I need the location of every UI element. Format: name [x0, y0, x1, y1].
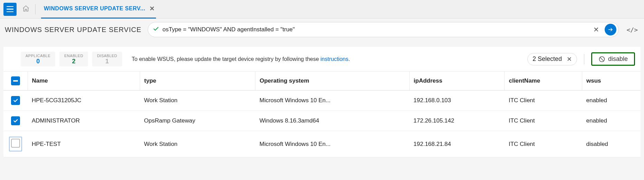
- cell-name: HPE-TEST: [28, 131, 140, 157]
- check-icon: [153, 26, 159, 34]
- table-row[interactable]: ADMINISTRATOROpsRamp GatewayWindows 8.16…: [3, 111, 641, 131]
- table-row[interactable]: HPE-TESTWork StationMicrosoft Windows 10…: [3, 131, 641, 157]
- menu-button[interactable]: [3, 3, 17, 16]
- page-title: WINDOWS SERVER UPDATE SERVICE: [5, 26, 142, 34]
- cell-type: OpsRamp Gateway: [140, 111, 255, 131]
- home-icon[interactable]: [22, 5, 30, 14]
- cell-name: ADMINISTRATOR: [28, 111, 140, 131]
- filter-count: 0: [26, 58, 50, 65]
- cell-os: Windows 8.16.3amd64: [255, 111, 409, 131]
- cell-type: Work Station: [140, 91, 255, 111]
- cell-client: ITC Client: [505, 111, 582, 131]
- row-checkbox-cell[interactable]: [3, 111, 28, 131]
- code-toggle-icon[interactable]: </>: [625, 26, 639, 33]
- col-os[interactable]: Operating system: [255, 72, 409, 91]
- cell-client: ITC Client: [505, 91, 582, 111]
- filter-disabled[interactable]: DISABLED 1: [92, 52, 122, 66]
- cell-os: Microsoft Windows 10 En...: [255, 91, 409, 111]
- row-checkbox-cell[interactable]: [3, 91, 28, 111]
- cell-wsus: enabled: [582, 111, 641, 131]
- cell-wsus: enabled: [582, 91, 641, 111]
- cell-ip: 192.168.21.84: [409, 131, 505, 157]
- content-card: APPLICABLE 0 ENABLED 2 DISABLED 1 To ena…: [3, 47, 641, 157]
- cell-wsus: disabled: [582, 131, 641, 157]
- filter-label: APPLICABLE: [26, 54, 50, 58]
- cell-ip: 192.168.0.103: [409, 91, 505, 111]
- cell-ip: 172.26.105.142: [409, 111, 505, 131]
- submit-button[interactable]: [605, 24, 616, 35]
- subheader: WINDOWS SERVER UPDATE SERVICE ✕ </>: [0, 19, 644, 41]
- svg-line-1: [600, 57, 604, 61]
- row-checkbox-cell[interactable]: [3, 131, 28, 157]
- select-all-header[interactable]: [3, 72, 28, 91]
- tab-title: WINDOWS SERVER UPDATE SERV...: [44, 6, 145, 12]
- checkbox-checked-icon[interactable]: [11, 96, 20, 105]
- filter-enabled[interactable]: ENABLED 2: [59, 52, 88, 66]
- selection-text: 2 Selected: [533, 55, 562, 63]
- notice-suffix: .: [348, 56, 350, 62]
- cell-name: HPE-5CG31205JC: [28, 91, 140, 111]
- indeterminate-checkbox-icon[interactable]: [11, 76, 20, 85]
- table-row[interactable]: HPE-5CG31205JCWork StationMicrosoft Wind…: [3, 91, 641, 111]
- cell-os: Microsoft Windows 10 En...: [255, 131, 409, 157]
- top-bar: WINDOWS SERVER UPDATE SERV... ✕: [0, 0, 644, 19]
- col-wsus[interactable]: wsus: [582, 72, 641, 91]
- col-type[interactable]: type: [140, 72, 255, 91]
- checkbox-focus-ring: [9, 137, 22, 151]
- checkbox-checked-icon[interactable]: [11, 116, 20, 125]
- filter-label: DISABLED: [97, 54, 117, 58]
- query-input[interactable]: [163, 26, 588, 33]
- divider: [35, 4, 36, 14]
- filter-applicable[interactable]: APPLICABLE 0: [21, 52, 55, 66]
- col-name[interactable]: Name: [28, 72, 140, 91]
- cell-type: Work Station: [140, 131, 255, 157]
- query-box: ✕: [148, 22, 619, 37]
- close-icon[interactable]: ✕: [149, 5, 155, 12]
- col-ip[interactable]: ipAddress: [409, 72, 505, 91]
- tab-wsus[interactable]: WINDOWS SERVER UPDATE SERV... ✕: [41, 0, 156, 19]
- devices-table: Name type Operating system ipAddress cli…: [3, 71, 641, 157]
- notice-prefix: To enable WSUS, please update the target…: [132, 56, 321, 62]
- selection-indicator: 2 Selected ✕: [527, 53, 577, 65]
- disable-label: disable: [608, 55, 628, 63]
- instructions-link[interactable]: instructions: [321, 56, 349, 62]
- filter-label: ENABLED: [64, 54, 83, 58]
- col-client[interactable]: clientName: [505, 72, 582, 91]
- clear-icon[interactable]: ✕: [591, 25, 601, 34]
- disable-button[interactable]: disable: [591, 52, 635, 66]
- filter-row: APPLICABLE 0 ENABLED 2 DISABLED 1 To ena…: [3, 50, 641, 71]
- filter-count: 2: [64, 58, 83, 65]
- cell-client: ITC Client: [505, 131, 582, 157]
- divider: [584, 54, 584, 64]
- checkbox-unchecked-icon[interactable]: [11, 139, 20, 148]
- clear-selection-icon[interactable]: ✕: [567, 55, 572, 63]
- filter-count: 1: [97, 58, 117, 65]
- notice-text: To enable WSUS, please update the target…: [126, 56, 523, 62]
